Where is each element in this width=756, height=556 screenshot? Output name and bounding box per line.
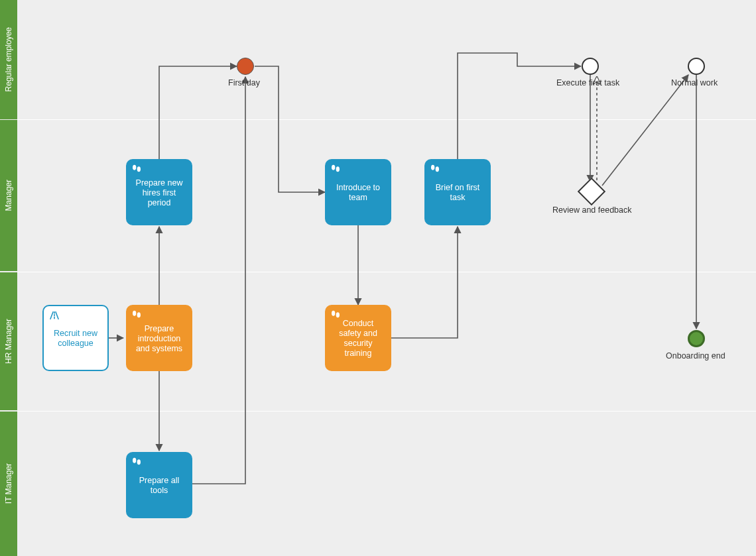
event-first-day[interactable] [237,58,254,75]
lane-label: Manager [4,180,13,211]
svg-point-16 [332,311,335,316]
svg-point-11 [137,166,141,172]
svg-line-6 [602,75,688,186]
lane-manager: Manager [0,120,17,271]
lane-hr-manager: HR Manager [0,272,17,410]
event-execute-task[interactable] [582,58,599,75]
task-label: Conduct safety and security training [329,319,387,359]
task-brief-first-task[interactable]: Brief on first task [424,159,491,225]
task-prepare-tools[interactable]: Prepare all tools [126,452,192,518]
lane-label: Regular employee [4,27,13,91]
gateway-review[interactable] [578,178,605,205]
lane-label: HR Manager [4,319,13,364]
svg-point-13 [137,459,141,465]
lane-label: IT Manager [4,463,13,504]
connectors [0,0,756,556]
svg-point-8 [133,311,136,316]
svg-point-12 [133,458,136,463]
task-label: Introduce to team [329,183,387,203]
lane-separator [17,411,756,412]
svg-point-10 [133,165,136,170]
lane-it-manager: IT Manager [0,412,17,556]
task-safety-training[interactable]: Conduct safety and security training [325,305,391,371]
task-prepare-intro[interactable]: Prepare introduction and systems [126,305,192,371]
lane-headers: Regular employee Manager HR Manager IT M… [0,0,17,556]
task-label: Prepare introduction and systems [130,324,188,354]
lane-separator [17,272,756,272]
event-label: Normal work [671,78,718,87]
event-label: Onboarding end [666,351,725,361]
event-label: Execute first task [556,78,619,87]
svg-point-17 [336,312,340,317]
event-onboarding-end[interactable] [688,330,705,347]
lane-separator [17,119,756,120]
svg-point-19 [436,166,439,172]
road-icon [49,311,60,320]
lane-regular-employee: Regular employee [0,0,17,119]
task-label: Prepare new hires first period [130,178,188,208]
task-label: Prepare all tools [130,476,188,496]
event-normal-work[interactable] [688,58,705,75]
task-prepare-period[interactable]: Prepare new hires first period [126,159,192,225]
footsteps-icon [131,309,142,319]
footsteps-icon [131,457,142,466]
gateway-label: Review and feedback [552,205,632,215]
task-label: Recruit new colleague [48,329,103,349]
footsteps-icon [330,309,341,319]
event-label: First day [228,78,260,87]
footsteps-icon [131,164,142,173]
task-recruit[interactable]: Recruit new colleague [42,305,109,371]
footsteps-icon [330,164,341,173]
task-introduce-team[interactable]: Introduce to team [325,159,391,225]
bpmn-diagram: Regular employee Manager HR Manager IT M… [0,0,756,556]
svg-point-14 [332,165,335,170]
footsteps-icon [430,164,440,173]
svg-point-18 [431,165,434,170]
svg-point-9 [137,312,141,317]
svg-point-15 [336,166,340,172]
task-label: Brief on first task [428,183,487,203]
